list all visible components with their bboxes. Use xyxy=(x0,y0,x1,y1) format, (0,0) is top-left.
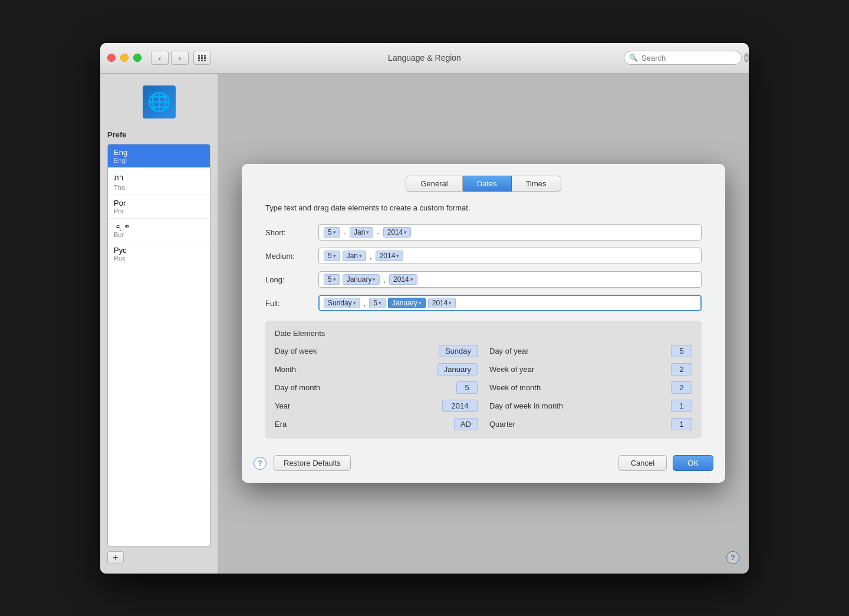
modal-overlay: General Dates Times Type text and drag d… xyxy=(218,74,749,574)
format-field-long[interactable]: 5▾ January▾ , 2014▾ xyxy=(318,271,702,288)
token-full-day[interactable]: 5▾ xyxy=(369,298,386,308)
grid-icon xyxy=(198,55,206,61)
forward-button[interactable]: › xyxy=(171,51,189,65)
cancel-button[interactable]: Cancel xyxy=(618,455,667,471)
element-row-dom: Day of month 5 xyxy=(275,381,478,394)
navigation-buttons: ‹ › xyxy=(151,51,189,65)
element-value-month[interactable]: January xyxy=(437,363,478,375)
token-short-day[interactable]: 5▾ xyxy=(324,227,340,238)
token-medium-year[interactable]: 2014▾ xyxy=(376,251,404,261)
element-name-dowim: Day of week in month xyxy=(489,401,563,410)
element-value-dom[interactable]: 5 xyxy=(456,381,478,394)
modal-description: Type text and drag date elements to crea… xyxy=(265,203,702,212)
sidebar-item-english[interactable]: Eng Engl xyxy=(108,144,210,168)
traffic-lights xyxy=(107,54,142,62)
element-row-woy: Week of year 2 xyxy=(489,363,692,375)
format-row-full: Full: Sunday▾ , 5▾ January▾ 2014▾ xyxy=(265,295,702,311)
lang-name-thai: ภา xyxy=(114,172,204,184)
preferences-label: Prefe xyxy=(100,130,218,139)
element-row-doy: Day of year 5 xyxy=(489,345,692,357)
sidebar-item-russian[interactable]: Рус Rus xyxy=(108,242,210,265)
element-row-era: Era AD xyxy=(275,418,478,430)
elements-left-col: Day of week Sunday Month January Day of … xyxy=(275,345,478,430)
format-field-medium[interactable]: 5▾ Jan▾ , 2014▾ xyxy=(318,248,702,264)
format-row-short: Short: 5▾ - Jan▾ - 2014▾ xyxy=(265,224,702,241)
sep-long-1: , xyxy=(382,275,387,284)
sep-short-2: - xyxy=(376,228,380,237)
token-full-month[interactable]: January▾ xyxy=(388,298,426,308)
element-value-year[interactable]: 2014 xyxy=(442,400,478,412)
elements-grid: Day of week Sunday Month January Day of … xyxy=(275,345,692,430)
back-button[interactable]: ‹ xyxy=(151,51,169,65)
token-long-month[interactable]: January▾ xyxy=(343,274,380,285)
sidebar-item-thai[interactable]: ภา Tha xyxy=(108,168,210,195)
element-name-dow: Day of week xyxy=(275,347,317,355)
token-short-month[interactable]: Jan▾ xyxy=(350,227,373,238)
element-value-wom[interactable]: 2 xyxy=(671,381,692,394)
format-field-full[interactable]: Sunday▾ , 5▾ January▾ 2014▾ xyxy=(318,295,702,311)
system-preferences-window: ‹ › Language & Region 🔍 ✕ 🌐 Prefe xyxy=(100,43,749,574)
element-value-era[interactable]: AD xyxy=(454,418,478,430)
token-full-weekday[interactable]: Sunday▾ xyxy=(324,298,360,308)
element-value-dow[interactable]: Sunday xyxy=(439,345,478,357)
sep-full-1: , xyxy=(363,299,367,308)
element-value-dowim[interactable]: 1 xyxy=(671,400,692,412)
token-short-year[interactable]: 2014▾ xyxy=(383,227,412,238)
lang-sub-rus: Rus xyxy=(114,255,204,262)
sidebar-item-portuguese[interactable]: Por Por xyxy=(108,195,210,219)
token-medium-month[interactable]: Jan▾ xyxy=(343,251,366,261)
element-row-dow: Day of week Sunday xyxy=(275,345,478,357)
elements-right-col: Day of year 5 Week of year 2 Week of mon… xyxy=(489,345,692,430)
sidebar-item-burmese[interactable]: ရစ Bur xyxy=(108,219,210,242)
format-row-long: Long: 5▾ January▾ , 2014▾ xyxy=(265,271,702,288)
search-input[interactable] xyxy=(641,54,741,62)
element-value-woy[interactable]: 2 xyxy=(671,363,692,375)
help-button[interactable]: ? xyxy=(254,457,266,470)
element-value-quarter[interactable]: 1 xyxy=(671,418,692,430)
flag-icon: 🌐 xyxy=(143,85,176,118)
maximize-button[interactable] xyxy=(133,54,142,62)
lang-sub-bur: Bur xyxy=(114,231,204,238)
search-box[interactable]: 🔍 ✕ xyxy=(624,51,742,65)
add-language-button[interactable]: + xyxy=(107,551,124,564)
dates-dialog: General Dates Times Type text and drag d… xyxy=(242,164,725,483)
token-medium-day[interactable]: 5▾ xyxy=(324,251,340,261)
lang-name-rus: Рус xyxy=(114,246,204,255)
search-clear-button[interactable]: ✕ xyxy=(744,53,749,62)
modal-footer: ? Restore Defaults Cancel OK xyxy=(242,448,725,483)
minimize-button[interactable] xyxy=(120,54,129,62)
format-label-medium: Medium: xyxy=(265,252,318,261)
lang-sub-por: Por xyxy=(114,207,204,215)
sidebar: 🌐 Prefe Eng Engl ภา Tha Por Por ရစ B xyxy=(100,74,218,574)
element-row-dowim: Day of week in month 1 xyxy=(489,400,692,412)
date-elements-section: Date Elements Day of week Sunday M xyxy=(265,321,702,439)
grid-view-button[interactable] xyxy=(193,51,211,65)
search-icon: 🔍 xyxy=(629,54,638,62)
language-region-icon: 🌐 xyxy=(140,83,178,121)
close-button[interactable] xyxy=(107,54,116,62)
ok-button[interactable]: OK xyxy=(673,455,713,471)
element-row-wom: Week of month 2 xyxy=(489,381,692,394)
content-area: 🌐 Prefe Eng Engl ภา Tha Por Por ရစ B xyxy=(100,74,749,574)
token-long-day[interactable]: 5▾ xyxy=(324,274,340,285)
element-value-doy[interactable]: 5 xyxy=(671,345,692,357)
element-name-dom: Day of month xyxy=(275,383,320,392)
lang-sub-thai: Tha xyxy=(114,184,204,191)
token-full-year[interactable]: 2014▾ xyxy=(428,298,456,308)
main-panel: General Dates Times Type text and drag d… xyxy=(218,74,749,574)
format-field-short[interactable]: 5▾ - Jan▾ - 2014▾ xyxy=(318,224,702,241)
element-name-doy: Day of year xyxy=(489,347,528,355)
element-name-year: Year xyxy=(275,401,290,410)
format-label-long: Long: xyxy=(265,275,318,284)
tab-dates[interactable]: Dates xyxy=(463,176,512,192)
element-name-month: Month xyxy=(275,365,296,374)
restore-defaults-button[interactable]: Restore Defaults xyxy=(274,455,351,471)
modal-tabs: General Dates Times xyxy=(242,164,725,192)
date-elements-title: Date Elements xyxy=(275,329,692,338)
element-row-year: Year 2014 xyxy=(275,400,478,412)
tab-general[interactable]: General xyxy=(406,176,462,192)
token-long-year[interactable]: 2014▾ xyxy=(389,274,417,285)
sep-short-1: - xyxy=(343,228,347,237)
format-label-short: Short: xyxy=(265,228,318,237)
tab-times[interactable]: Times xyxy=(512,176,561,192)
